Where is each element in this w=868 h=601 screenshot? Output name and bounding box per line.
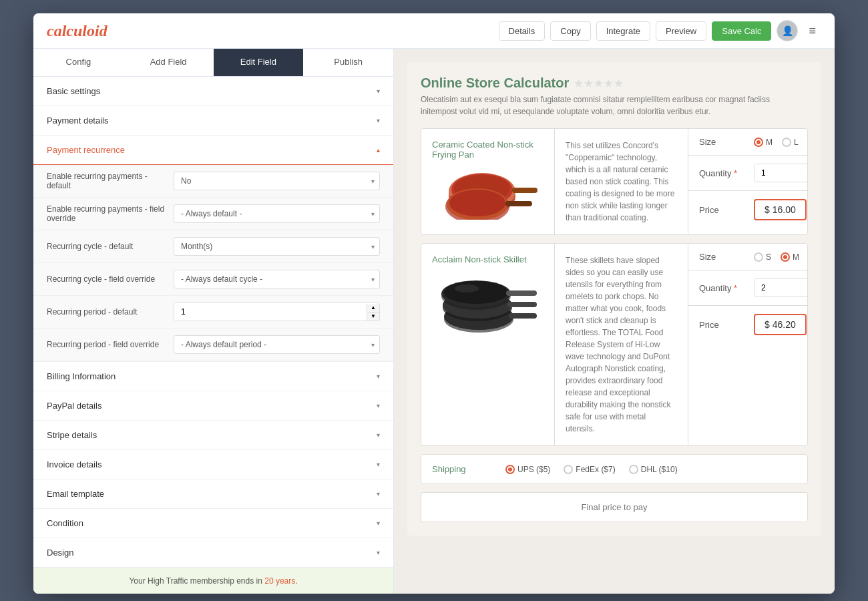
radio-item-l[interactable]: L bbox=[782, 138, 799, 147]
footer-highlight: 20 years bbox=[264, 576, 295, 586]
section-payment-header[interactable]: Payment details ▾ bbox=[33, 106, 393, 135]
shipping-fedex[interactable]: FedEx ($7) bbox=[564, 465, 615, 474]
star-1: ★ bbox=[574, 78, 583, 89]
calc-description: Olecatisim aut ex esequi bla sum fugiata… bbox=[421, 93, 808, 118]
svg-rect-4 bbox=[512, 188, 537, 193]
tab-edit-field[interactable]: Edit Field bbox=[214, 49, 304, 76]
price-label: Price bbox=[699, 205, 746, 215]
final-price-label: Final price to pay bbox=[582, 502, 648, 512]
price-label: Price bbox=[699, 320, 746, 330]
shipping-label: Shipping bbox=[432, 464, 485, 474]
chevron-down-icon: ▾ bbox=[377, 549, 380, 556]
shipping-ups[interactable]: UPS ($5) bbox=[505, 465, 550, 474]
section-billing-header[interactable]: Billing Information ▾ bbox=[33, 362, 393, 391]
radio-item-m[interactable]: M bbox=[754, 138, 773, 147]
star-5: ★ bbox=[614, 78, 623, 89]
select-wrapper: - Always default period - bbox=[174, 335, 380, 354]
product-description: This set utilizes Concord's "Copperamic"… bbox=[566, 141, 674, 222]
section-recurrence-header[interactable]: Payment recurrence ▴ bbox=[33, 136, 393, 165]
details-button[interactable]: Details bbox=[499, 21, 546, 41]
price-control: Price $ 46.20 bbox=[688, 306, 808, 343]
section-design-label: Design bbox=[47, 548, 73, 558]
quantity-input[interactable] bbox=[754, 279, 808, 296]
enable-recurring-override-select[interactable]: - Always default - bbox=[174, 204, 380, 223]
chevron-down-icon: ▾ bbox=[377, 87, 380, 95]
chevron-down-icon: ▾ bbox=[377, 520, 380, 527]
product-name-col: Ceramic Coated Non-stick Frying Pan bbox=[421, 129, 555, 234]
shipping-fedex-label: FedEx ($7) bbox=[576, 465, 615, 474]
avatar[interactable]: 👤 bbox=[777, 20, 798, 41]
number-input-wrapper: ▲ ▼ bbox=[174, 303, 380, 321]
tab-publish[interactable]: Publish bbox=[303, 49, 393, 76]
radio-label-s: S bbox=[766, 252, 771, 262]
radio-item-s[interactable]: S bbox=[754, 252, 771, 262]
period-default-input[interactable] bbox=[174, 303, 367, 321]
required-star: * bbox=[734, 168, 737, 178]
recurrence-body: Enable recurring payments - default No Y… bbox=[33, 165, 393, 361]
section-invoice-label: Invoice details bbox=[47, 459, 101, 469]
shipping-dhl[interactable]: DHL ($10) bbox=[629, 465, 678, 474]
price-value: $ 46.20 bbox=[754, 314, 807, 335]
star-4: ★ bbox=[604, 78, 613, 89]
enable-recurring-default-select[interactable]: No Yes bbox=[174, 172, 380, 190]
section-billing: Billing Information ▾ bbox=[33, 362, 393, 391]
section-basic-header[interactable]: Basic settings ▾ bbox=[33, 77, 393, 106]
svg-rect-11 bbox=[509, 313, 537, 319]
section-payment: Payment details ▾ bbox=[33, 106, 393, 136]
preview-button[interactable]: Preview bbox=[656, 21, 706, 41]
price-control: Price $ 16.00 bbox=[688, 191, 808, 228]
cycle-default-select[interactable]: Month(s) Day(s) Year(s) bbox=[174, 237, 380, 256]
final-price-row: Final price to pay bbox=[421, 492, 808, 522]
field-row: Recurring period - default ▲ ▼ bbox=[33, 296, 393, 329]
footer-text: Your High Traffic membership ends in bbox=[129, 576, 264, 586]
section-design-header[interactable]: Design ▾ bbox=[33, 538, 393, 567]
section-invoice-header[interactable]: Invoice details ▾ bbox=[33, 450, 393, 479]
section-recurrence: Payment recurrence ▴ Enable recurring pa… bbox=[33, 136, 393, 362]
copy-button[interactable]: Copy bbox=[550, 21, 590, 41]
product-name: Acclaim Non-stick Skillet bbox=[432, 254, 544, 264]
select-wrapper: - Always default cycle - bbox=[174, 270, 380, 288]
product-row: Ceramic Coated Non-stick Frying Pan bbox=[421, 128, 808, 235]
field-row: Recurring cycle - default Month(s) Day(s… bbox=[33, 230, 393, 263]
quantity-control: Quantity * ▲ ▼ bbox=[688, 270, 808, 306]
spin-up-button[interactable]: ▲ bbox=[367, 304, 379, 313]
sidebar-footer: Your High Traffic membership ends in 20 … bbox=[33, 568, 393, 594]
field-label: Recurring period - field override bbox=[47, 340, 167, 349]
product-image bbox=[432, 264, 539, 338]
shipping-options: UPS ($5) FedEx ($7) DHL ($10) bbox=[505, 465, 678, 474]
radio-circle-m bbox=[781, 252, 790, 262]
field-control: ▲ ▼ bbox=[174, 303, 380, 321]
size-radio-group: M L XL bbox=[754, 138, 808, 147]
section-condition-header[interactable]: Condition ▾ bbox=[33, 509, 393, 538]
tab-config[interactable]: Config bbox=[33, 49, 124, 76]
field-control: - Always default cycle - bbox=[174, 270, 380, 288]
hamburger-icon[interactable]: ≡ bbox=[803, 21, 821, 41]
spin-buttons: ▲ ▼ bbox=[367, 304, 379, 321]
section-basic-label: Basic settings bbox=[47, 86, 100, 96]
section-paypal-header[interactable]: PayPal details ▾ bbox=[33, 391, 393, 420]
section-stripe-label: Stripe details bbox=[47, 430, 97, 440]
quantity-input[interactable] bbox=[754, 164, 808, 182]
section-billing-label: Billing Information bbox=[47, 371, 116, 381]
field-row: Recurring period - field override - Alwa… bbox=[33, 329, 393, 361]
section-stripe-header[interactable]: Stripe details ▾ bbox=[33, 421, 393, 449]
footer-suffix: . bbox=[295, 576, 297, 586]
period-override-select[interactable]: - Always default period - bbox=[174, 335, 380, 354]
radio-circle-fedex bbox=[564, 465, 573, 474]
radio-item-m[interactable]: M bbox=[781, 252, 799, 262]
field-row: Recurring cycle - field override - Alway… bbox=[33, 263, 393, 296]
spin-down-button[interactable]: ▼ bbox=[367, 313, 379, 321]
chevron-down-icon: ▾ bbox=[377, 402, 380, 409]
section-basic: Basic settings ▾ bbox=[33, 77, 393, 106]
section-stripe: Stripe details ▾ bbox=[33, 421, 393, 450]
tab-add-field[interactable]: Add Field bbox=[124, 49, 214, 76]
cycle-override-select[interactable]: - Always default cycle - bbox=[174, 270, 380, 288]
save-button[interactable]: Save Calc bbox=[712, 21, 771, 41]
svg-point-17 bbox=[444, 281, 508, 304]
section-email-header[interactable]: Email template ▾ bbox=[33, 479, 393, 508]
field-row: Enable recurring payments - default No Y… bbox=[33, 165, 393, 198]
app-window: calculoid Details Copy Integrate Preview… bbox=[33, 13, 835, 594]
quantity-input-wrapper: ▲ ▼ bbox=[754, 278, 808, 297]
product-image bbox=[432, 160, 539, 220]
integrate-button[interactable]: Integrate bbox=[596, 21, 650, 41]
